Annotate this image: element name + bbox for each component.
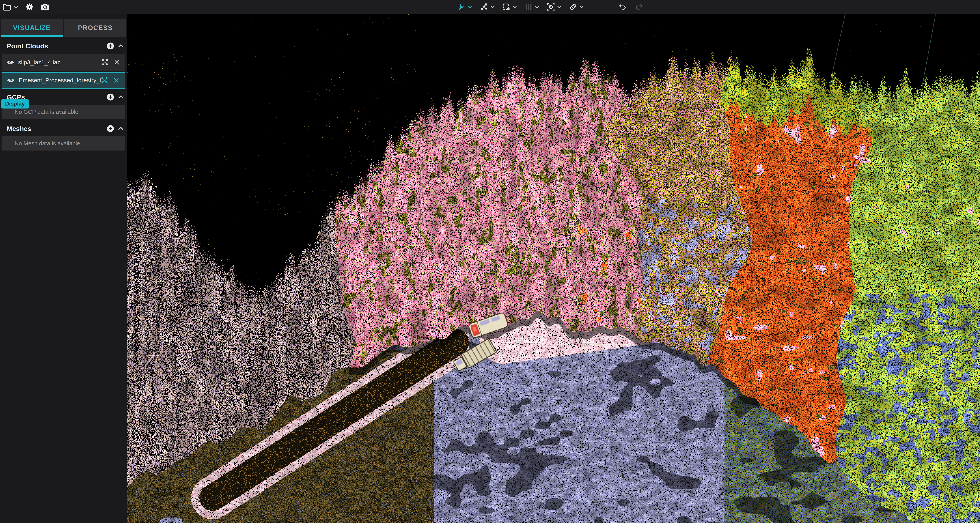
chevron-down-icon [512,5,517,9]
collapse-section-icon[interactable] [118,126,124,132]
visibility-eye-icon[interactable] [6,59,14,65]
undo-icon [619,3,627,10]
point-cloud-item-selected[interactable]: Emesent_Processed_forestry_laz1_... [2,72,125,89]
section-title: Meshes [7,125,31,132]
redo-icon [635,3,643,10]
chevron-down-icon [557,5,562,9]
folder-open-icon [3,3,12,11]
point-cloud-canvas[interactable] [127,14,980,523]
mesh-empty-message: No Mesh data is available [2,136,125,150]
display-tooltip: Display [1,99,29,108]
chevron-down-icon [13,4,19,10]
section-title: Point Clouds [7,42,48,50]
chevron-down-icon [535,5,539,9]
settings-button[interactable] [25,3,34,11]
open-project-button[interactable] [3,3,19,11]
navigate-cursor-icon [458,3,466,11]
dashed-box-icon [502,3,511,11]
grid-icon [524,3,533,11]
remove-item-icon[interactable] [113,77,119,83]
point-cloud-item[interactable]: slip3_laz1_4.laz [2,54,125,71]
add-point-cloud-button[interactable] [106,42,115,50]
point-cloud-label: slip3_laz1_4.laz [18,59,102,66]
redo-button[interactable] [635,3,643,10]
navigate-tool-button[interactable] [458,3,473,11]
zoom-to-fit-icon[interactable] [101,77,108,84]
target-select-tool-button[interactable] [546,3,562,11]
undo-button[interactable] [619,3,627,10]
add-gcp-button[interactable] [106,93,115,101]
gear-icon [25,3,34,11]
chevron-down-icon [490,5,495,9]
visibility-eye-icon[interactable] [7,77,15,83]
zoom-to-fit-icon[interactable] [102,59,109,66]
tab-visualize[interactable]: VISUALIZE [1,19,63,37]
point-cloud-viewport[interactable] [127,14,980,523]
tab-process[interactable]: PROCESS [64,19,126,37]
eraser-icon [569,3,578,11]
top-toolbar [0,0,980,14]
meshes-header: Meshes [0,122,127,136]
chevron-down-icon [468,5,473,9]
history-group [619,3,643,10]
selection-box-tool-button[interactable] [502,3,517,11]
point-cloud-label: Emesent_Processed_forestry_laz1_... [19,77,101,84]
collapse-section-icon[interactable] [118,43,124,49]
toolbar-left-group [3,0,50,14]
grid-tool-button[interactable] [524,3,539,11]
sidebar-tabs: VISUALIZE PROCESS [1,19,126,37]
point-clouds-header: Point Clouds [0,39,127,53]
collapse-section-icon[interactable] [118,94,124,100]
eraser-tool-button[interactable] [569,3,584,11]
point-clouds-section: Point Clouds slip3_laz1_4.laz [0,39,127,89]
camera-icon [41,3,50,11]
graph-nodes-icon [480,3,488,11]
toolbar-tools-group [458,0,643,14]
add-mesh-button[interactable] [106,124,115,133]
screenshot-button[interactable] [41,3,50,11]
target-select-icon [546,3,555,11]
remove-item-icon[interactable] [114,59,120,65]
meshes-section: Meshes No Mesh data is available [0,122,127,150]
chevron-down-icon [579,5,584,9]
graph-tool-button[interactable] [480,3,495,11]
sidebar: VISUALIZE PROCESS Point Clouds [0,14,127,523]
